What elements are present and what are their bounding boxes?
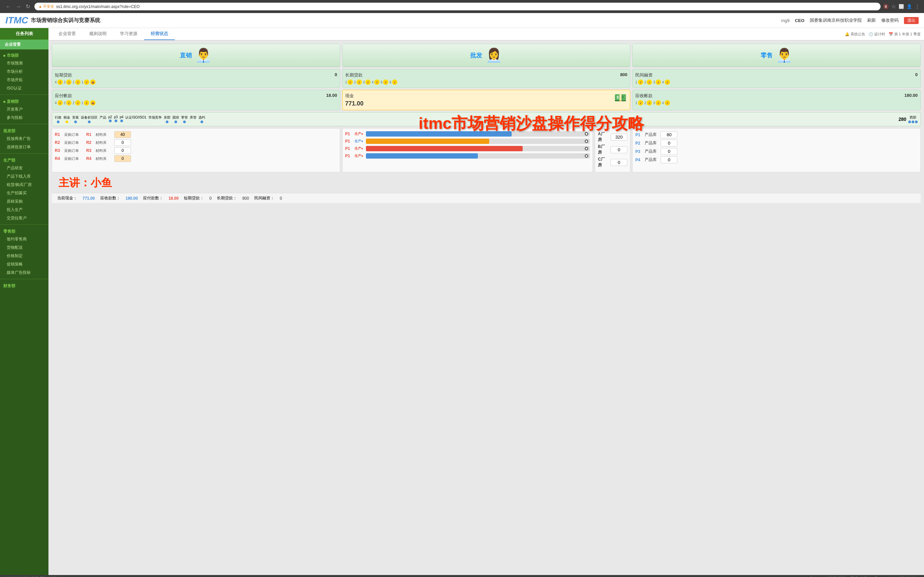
ops-col-east: 东部	[164, 115, 170, 123]
coin-group-p2: 2💰	[73, 100, 81, 105]
prod-row-p1-1: P1 生产●	[345, 131, 590, 137]
menu-icon[interactable]: ⋮	[914, 3, 920, 10]
coin-group-fl4: 4💰	[662, 79, 670, 85]
channel-direct-avatar: 👨‍💼	[195, 47, 212, 63]
factory-a-input[interactable]	[611, 134, 627, 140]
purchase-r3-input[interactable]	[114, 147, 131, 154]
tab-rules[interactable]: 规则说明	[82, 28, 113, 40]
ops-tax-dots	[66, 121, 68, 123]
purchase-r3-store: 材料库	[95, 148, 112, 153]
sidebar-item-market-analysis[interactable]: 市场分析	[0, 68, 48, 76]
purchase-r1-input[interactable]	[114, 131, 131, 138]
content-area: 企业背景 规则说明 学习资源 经营状态 🔔 系统公告 🕐 设计时 📅 第 1 年…	[48, 28, 924, 575]
coin-group-ll2: 2💰	[354, 79, 362, 85]
status-payable-label: 应付款数：	[143, 195, 163, 201]
sidebar-item-bid[interactable]: 参与投标	[0, 114, 48, 122]
tab-learning[interactable]: 学习资源	[113, 28, 144, 40]
prod-p1-label-2: P1	[345, 139, 352, 143]
coin-group-fl1: 1💰	[635, 79, 643, 85]
refresh-button[interactable]: 刷新	[867, 18, 876, 23]
sidebar-item-ad[interactable]: 投放商务广告	[0, 135, 48, 143]
tab-icon[interactable]: ⬜	[898, 4, 904, 9]
exit-button[interactable]: 退出	[904, 17, 919, 24]
folk-loan-card: 民间融资 0 1💰 2💰 3💰 4💰	[632, 69, 921, 88]
ops-col-p3: p3	[114, 115, 118, 123]
purchase-r2-input[interactable]	[114, 139, 131, 146]
presenter-label: 主讲：小鱼	[58, 176, 921, 190]
sidebar-item-prod-recruit[interactable]: 生产招募买	[0, 189, 48, 197]
sidebar-item-sign-retailer[interactable]: 签约零售商	[0, 235, 48, 243]
prod-status-1: 生产●	[355, 132, 363, 136]
warehouse-p2-label: P2	[635, 141, 642, 146]
sidebar-item-open-customer[interactable]: 开发客户	[0, 105, 48, 114]
short-loan-card: 短期贷款 0 4💰 3💰 2💰 1💰 👜	[52, 69, 340, 88]
browser-chrome: ← → ↻ ▲ 不安全 ss1.itmc.org.cn/yx1/main/mai…	[0, 0, 924, 13]
sidebar-item-media-ad[interactable]: 媒体广告投标	[0, 269, 48, 277]
sidebar-item-product-warehouse[interactable]: 产品下线入库	[0, 172, 48, 181]
payable-header: 应付帐款 18.00	[55, 93, 337, 99]
sidebar-item-pricing[interactable]: 价格制定	[0, 252, 48, 260]
sidebar-item-raw-material[interactable]: 原材采购	[0, 197, 48, 206]
ops-fixed-label: 固排	[173, 115, 179, 120]
sidebar-item-product-dev[interactable]: 产品研发	[0, 164, 48, 172]
warehouse-p2-input[interactable]	[661, 140, 677, 147]
ops-cert-label: 认证ISO/ISO1	[125, 115, 146, 120]
warehouse-p1-input[interactable]	[661, 131, 677, 138]
back-button[interactable]: ←	[4, 3, 13, 10]
ops-admin-dots	[57, 121, 60, 123]
profile-icon[interactable]: 👤	[906, 4, 912, 9]
reload-button[interactable]: ↻	[24, 3, 32, 10]
sidebar-item-market-forecast[interactable]: 市场预测	[0, 59, 48, 68]
factory-c-input[interactable]	[611, 159, 627, 166]
purchase-r4-order: 采购订单	[64, 156, 81, 161]
period-label: 第 1 年第 1 季度	[894, 32, 921, 37]
prod-row-p1-4: P1 生产●	[345, 153, 590, 159]
ops-col-product: 产品	[100, 115, 106, 123]
ops-admin-label: 行政	[55, 115, 61, 120]
factory-row-b: B厂房	[598, 144, 627, 155]
coin-group-2: 2💰	[73, 79, 81, 85]
coin-icon: 💰	[66, 100, 71, 105]
warehouse-p1-label: P1	[635, 132, 642, 137]
tab-company-bg[interactable]: 企业背景	[52, 28, 82, 40]
sidebar-item-iso-cert[interactable]: ISO认证	[0, 84, 48, 92]
forward-button[interactable]: →	[14, 3, 23, 10]
sidebar-item-promo[interactable]: 促销策略	[0, 260, 48, 269]
mute-icon[interactable]: 🔇	[883, 4, 888, 9]
sidebar-item-deliver[interactable]: 交货拉客户	[0, 214, 48, 222]
url-text: ss1.itmc.org.cn/yx1/main/main.aspx?role=…	[56, 4, 140, 9]
sidebar-section-title-retail: 零售部	[0, 227, 48, 235]
channel-wholesale-title: 批发	[470, 52, 482, 60]
change-password-button[interactable]: 修改密码	[881, 18, 898, 23]
sidebar-item-start-production[interactable]: 投入生产	[0, 206, 48, 214]
ops-col-cert: 认证ISO/ISO1	[125, 115, 146, 123]
payable-card: 应付帐款 18.00 4💰 3💰 2💰 1💰 👜	[52, 90, 340, 110]
warehouse-p3-input[interactable]	[661, 148, 677, 155]
coin-group-r1: 1💰	[635, 100, 643, 105]
ops-p2-label: p2	[108, 115, 112, 119]
warehouse-p4-input[interactable]	[661, 156, 677, 163]
status-long-loan-value: 800	[242, 196, 249, 201]
header-right: mg9 CEO 国赛集训南京科技职业学院 刷新 修改密码 退出	[781, 17, 919, 24]
address-bar[interactable]: ▲ 不安全 ss1.itmc.org.cn/yx1/main/main.aspx…	[34, 3, 880, 10]
prod-p1-label-3: P1	[345, 146, 352, 151]
coin-icon: 💰	[84, 100, 89, 105]
sidebar-item-market-expand[interactable]: 市场开拓	[0, 76, 48, 84]
prod-bar-3	[366, 146, 590, 151]
sidebar-item-rent-factory[interactable]: 租赁/购买厂房	[0, 181, 48, 189]
tab-operation-status[interactable]: 经营状态	[144, 28, 175, 40]
section-dot-icon	[3, 55, 5, 57]
prod-bar-4	[366, 153, 590, 159]
sidebar-item-company-background[interactable]: 企业背景	[0, 40, 48, 50]
receivable-label: 应收帐款	[635, 93, 653, 98]
prod-bar-red-3	[366, 146, 523, 151]
sidebar-item-delivery[interactable]: 货物配送	[0, 243, 48, 252]
sidebar-item-select-order[interactable]: 选择批发订单	[0, 143, 48, 151]
ops-dot	[57, 121, 60, 123]
sidebar: 任务列表 企业背景 市场部 市场预测 市场分析 市场开拓 ISO认证 直销部 开…	[0, 28, 48, 575]
purchase-r4-input[interactable]	[114, 155, 131, 162]
bookmark-icon[interactable]: ☆	[891, 3, 896, 10]
prod-bar-2	[366, 139, 590, 144]
purchase-row-r2: R2 采购订单 R2 材料库	[55, 139, 337, 146]
factory-b-input[interactable]	[611, 146, 627, 153]
